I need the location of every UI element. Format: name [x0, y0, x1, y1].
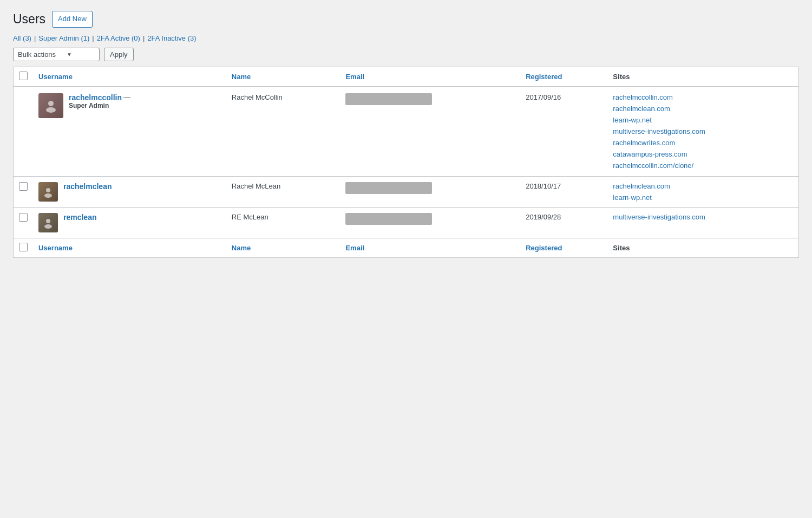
bulk-actions-select[interactable]: Bulk actions ▼: [13, 48, 100, 61]
separator-1: |: [34, 34, 36, 42]
username-cell: rachelmccollin — Super Admin: [33, 86, 226, 176]
avatar-image: [38, 213, 58, 232]
avatar-image: [38, 93, 63, 118]
page-title: Users: [13, 12, 45, 27]
table-header-row: Username Name Email Registered Sites: [14, 67, 799, 86]
filter-2fa-inactive[interactable]: 2FA Inactive (3): [147, 34, 196, 42]
footer-registered[interactable]: Registered: [520, 238, 607, 257]
site-link[interactable]: catawampus-press.com: [613, 150, 793, 158]
apply-button[interactable]: Apply: [104, 48, 134, 61]
sites-cell: rachelmclean.com learn-wp.net: [607, 176, 798, 207]
header-checkbox-cell: [14, 67, 34, 86]
email-cell: [340, 86, 520, 176]
footer-checkbox-cell: [14, 238, 34, 257]
site-link[interactable]: learn-wp.net: [613, 116, 793, 124]
bulk-actions-bar: Bulk actions ▼ Apply: [13, 48, 799, 61]
site-link[interactable]: rachelmccollin.com/clone/: [613, 161, 793, 170]
row-checkbox[interactable]: [19, 182, 28, 191]
svg-point-3: [44, 193, 52, 198]
email-redacted: [345, 213, 432, 225]
footer-username[interactable]: Username: [33, 238, 226, 257]
site-link[interactable]: learn-wp.net: [613, 193, 793, 202]
add-new-button[interactable]: Add New: [52, 11, 93, 28]
registered-cell: 2017/09/16: [520, 86, 607, 176]
email-cell: [340, 176, 520, 207]
header-sites: Sites: [607, 67, 798, 86]
table-row: rachelmclean Rachel McLean 2018/10/17 ra…: [14, 176, 799, 207]
site-link[interactable]: rachelmclean.com: [613, 105, 793, 113]
username-cell: rachelmclean: [33, 176, 226, 207]
site-link[interactable]: rachelmclean.com: [613, 182, 793, 190]
avatar: [38, 182, 58, 202]
em-dash: —: [123, 93, 130, 101]
site-link[interactable]: rachelmcwrites.com: [613, 139, 793, 147]
select-all-checkbox[interactable]: [19, 72, 28, 80]
username-link[interactable]: remclean: [63, 213, 96, 222]
filter-2fa-active[interactable]: 2FA Active (0): [97, 34, 140, 42]
filter-links: All (3) | Super Admin (1) | 2FA Active (…: [13, 34, 799, 42]
site-link[interactable]: multiverse-investigations.com: [613, 127, 793, 135]
avatar: [38, 213, 58, 232]
name-cell: Rachel McCollin: [226, 86, 340, 176]
site-link[interactable]: rachelmccollin.com: [613, 93, 793, 101]
footer-email[interactable]: Email: [340, 238, 520, 257]
username-link[interactable]: rachelmccollin: [69, 93, 122, 102]
separator-3: |: [143, 34, 145, 42]
separator-2: |: [92, 34, 94, 42]
username-link[interactable]: rachelmclean: [63, 182, 112, 191]
name-cell: Rachel McLean: [226, 176, 340, 207]
name-cell: RE McLean: [226, 207, 340, 238]
row-checkbox-cell: [14, 207, 34, 238]
header-registered[interactable]: Registered: [520, 67, 607, 86]
registered-cell: 2019/09/28: [520, 207, 607, 238]
svg-point-4: [46, 219, 50, 223]
avatar: [38, 93, 63, 118]
header-name[interactable]: Name: [226, 67, 340, 86]
header-email[interactable]: Email: [340, 67, 520, 86]
footer-sites: Sites: [607, 238, 798, 257]
svg-point-5: [44, 224, 52, 229]
svg-point-1: [46, 107, 56, 113]
row-checkbox-cell: [14, 86, 34, 176]
filter-super-admin[interactable]: Super Admin (1): [38, 34, 89, 42]
email-redacted: [345, 182, 432, 194]
sites-cell: multiverse-investigations.com: [607, 207, 798, 238]
registered-cell: 2018/10/17: [520, 176, 607, 207]
user-role: Super Admin: [69, 102, 132, 109]
page-header: Users Add New: [13, 11, 799, 28]
bulk-actions-label: Bulk actions: [18, 50, 56, 59]
row-checkbox[interactable]: [19, 213, 28, 222]
email-redacted: [345, 93, 432, 105]
table-footer-row: Username Name Email Registered Sites: [14, 238, 799, 257]
users-table: Username Name Email Registered Sites: [13, 67, 799, 258]
avatar-image: [38, 182, 58, 202]
email-cell: [340, 207, 520, 238]
svg-point-2: [46, 188, 50, 192]
site-link[interactable]: multiverse-investigations.com: [613, 213, 793, 221]
table-row: remclean RE McLean 2019/09/28 multiverse…: [14, 207, 799, 238]
chevron-down-icon: ▼: [67, 51, 72, 57]
table-row: rachelmccollin — Super Admin Rachel McCo…: [14, 86, 799, 176]
row-checkbox-cell: [14, 176, 34, 207]
footer-name[interactable]: Name: [226, 238, 340, 257]
sites-cell: rachelmccollin.com rachelmclean.com lear…: [607, 86, 798, 176]
filter-all[interactable]: All (3): [13, 34, 31, 42]
svg-point-0: [48, 101, 54, 106]
header-username[interactable]: Username: [33, 67, 226, 86]
select-all-checkbox-footer[interactable]: [19, 243, 28, 251]
username-cell: remclean: [33, 207, 226, 238]
